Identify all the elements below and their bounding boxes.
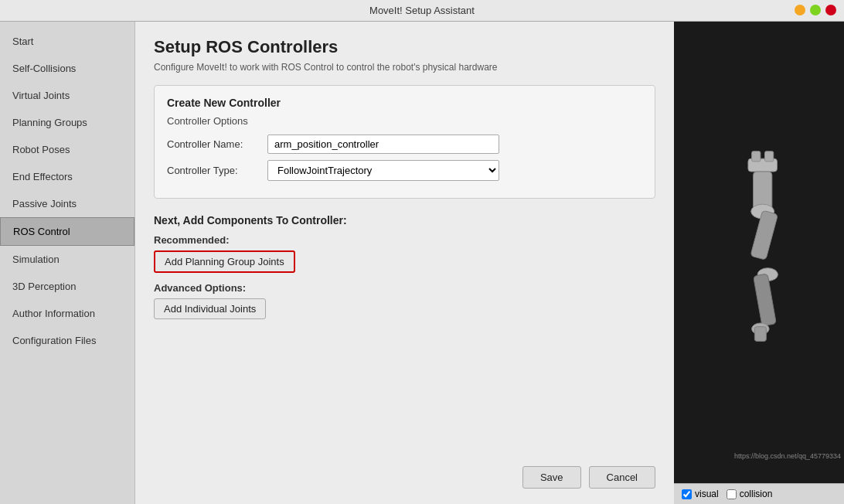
- components-title: Next, Add Components To Controller:: [154, 214, 655, 226]
- add-individual-joints-button[interactable]: Add Individual Joints: [154, 298, 266, 319]
- controller-options-subheading: Controller Options: [167, 115, 642, 127]
- sidebar-item-end-effectors[interactable]: End Effectors: [0, 163, 134, 190]
- robot-viewport: https://blog.csdn.net/qq_45779334: [674, 22, 844, 483]
- cancel-button[interactable]: Cancel: [589, 466, 655, 489]
- collision-label: collision: [740, 489, 773, 499]
- sidebar-item-simulation[interactable]: Simulation: [0, 246, 134, 273]
- viz-url: https://blog.csdn.net/qq_45779334: [734, 452, 841, 460]
- controller-name-input[interactable]: [267, 135, 499, 154]
- components-section: Next, Add Components To Controller: Reco…: [154, 214, 655, 319]
- controller-name-row: Controller Name:: [167, 135, 642, 154]
- sidebar-item-planning-groups[interactable]: Planning Groups: [0, 109, 134, 136]
- robot-visualization: [689, 137, 829, 369]
- sidebar-item-author-information[interactable]: Author Information: [0, 300, 134, 327]
- page-subtitle: Configure MoveIt! to work with ROS Contr…: [154, 62, 655, 73]
- viz-controls: visual collision: [674, 483, 844, 504]
- controller-options-box: Create New Controller Controller Options…: [154, 85, 655, 199]
- sidebar-item-configuration-files[interactable]: Configuration Files: [0, 327, 134, 354]
- sidebar-item-self-collisions[interactable]: Self-Collisions: [0, 55, 134, 82]
- sidebar-item-passive-joints[interactable]: Passive Joints: [0, 190, 134, 217]
- add-planning-group-joints-button[interactable]: Add Planning Group Joints: [154, 250, 295, 273]
- controller-type-select[interactable]: FollowJointTrajectory GripperCommand Joi…: [267, 160, 499, 181]
- sidebar-item-ros-control[interactable]: ROS Control: [0, 217, 134, 246]
- sidebar: Start Self-Collisions Virtual Joints Pla…: [0, 22, 135, 504]
- visual-checkbox-label[interactable]: visual: [682, 489, 719, 499]
- sidebar-item-virtual-joints[interactable]: Virtual Joints: [0, 82, 134, 109]
- visual-checkbox[interactable]: [682, 489, 692, 499]
- content-area: Setup ROS Controllers Configure MoveIt! …: [135, 22, 674, 504]
- bottom-bar: Save Cancel: [154, 458, 655, 489]
- collision-checkbox-label[interactable]: collision: [727, 489, 773, 499]
- controller-name-label: Controller Name:: [167, 138, 267, 150]
- svg-rect-2: [765, 151, 774, 161]
- svg-rect-7: [754, 273, 777, 325]
- visual-label: visual: [695, 489, 719, 499]
- titlebar: MoveIt! Setup Assistant: [0, 0, 844, 22]
- page-title: Setup ROS Controllers: [154, 37, 655, 57]
- collision-checkbox[interactable]: [727, 489, 737, 499]
- controller-type-row: Controller Type: FollowJointTrajectory G…: [167, 160, 642, 181]
- maximize-button[interactable]: [810, 5, 821, 15]
- sidebar-item-robot-poses[interactable]: Robot Poses: [0, 136, 134, 163]
- recommended-label: Recommended:: [154, 234, 655, 246]
- visualization-panel: https://blog.csdn.net/qq_45779334 visual…: [674, 22, 844, 504]
- sidebar-item-3d-perception[interactable]: 3D Perception: [0, 273, 134, 300]
- save-button[interactable]: Save: [522, 466, 581, 489]
- create-controller-heading: Create New Controller: [167, 97, 642, 109]
- svg-rect-5: [750, 210, 778, 260]
- titlebar-title: MoveIt! Setup Assistant: [369, 5, 475, 16]
- advanced-label: Advanced Options:: [154, 282, 655, 294]
- minimize-button[interactable]: [795, 5, 805, 15]
- main-container: Start Self-Collisions Virtual Joints Pla…: [0, 22, 844, 504]
- sidebar-item-start[interactable]: Start: [0, 28, 134, 55]
- svg-rect-9: [754, 326, 766, 341]
- svg-rect-1: [752, 151, 761, 161]
- controller-type-label: Controller Type:: [167, 165, 267, 176]
- close-button[interactable]: [825, 5, 836, 15]
- window-controls: [795, 5, 836, 15]
